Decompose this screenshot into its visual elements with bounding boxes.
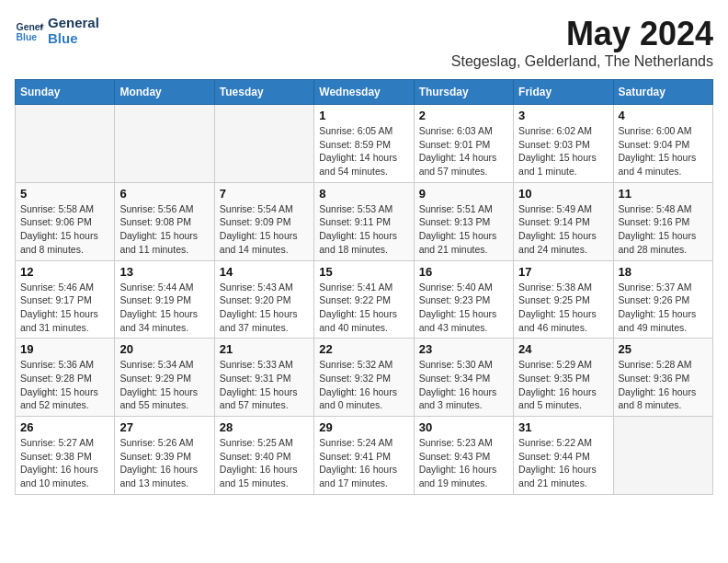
day-info: Sunrise: 5:37 AM Sunset: 9:26 PM Dayligh…: [619, 281, 708, 335]
day-info: Sunrise: 5:48 AM Sunset: 9:16 PM Dayligh…: [619, 202, 708, 257]
calendar-week-2: 5Sunrise: 5:58 AM Sunset: 9:06 PM Daylig…: [16, 182, 713, 260]
day-number: 27: [119, 420, 209, 434]
calendar-cell: 31Sunrise: 5:22 AM Sunset: 9:44 PM Dayli…: [514, 417, 613, 495]
calendar-cell: 26Sunrise: 5:27 AM Sunset: 9:38 PM Dayli…: [16, 417, 115, 495]
day-number: 9: [419, 187, 508, 201]
day-number: 16: [419, 265, 508, 279]
calendar-cell: 21Sunrise: 5:33 AM Sunset: 9:31 PM Dayli…: [214, 339, 313, 417]
calendar-cell: 7Sunrise: 5:54 AM Sunset: 9:09 PM Daylig…: [214, 182, 313, 260]
calendar-cell: 22Sunrise: 5:32 AM Sunset: 9:32 PM Dayli…: [314, 339, 414, 417]
logo: General Blue General Blue: [15, 15, 99, 47]
logo-icon: General Blue: [15, 16, 44, 45]
day-info: Sunrise: 5:53 AM Sunset: 9:11 PM Dayligh…: [319, 202, 408, 257]
day-info: Sunrise: 6:02 AM Sunset: 9:03 PM Dayligh…: [518, 124, 608, 178]
calendar-cell: [16, 105, 115, 183]
day-number: 31: [518, 420, 608, 434]
header-monday: Monday: [115, 80, 214, 105]
calendar-cell: 17Sunrise: 5:38 AM Sunset: 9:25 PM Dayli…: [514, 260, 613, 339]
calendar-cell: 12Sunrise: 5:46 AM Sunset: 9:17 PM Dayli…: [16, 260, 115, 339]
day-info: Sunrise: 5:43 AM Sunset: 9:20 PM Dayligh…: [220, 281, 309, 335]
day-info: Sunrise: 5:24 AM Sunset: 9:41 PM Dayligh…: [319, 436, 408, 490]
calendar-header-row: SundayMondayTuesdayWednesdayThursdayFrid…: [16, 80, 713, 105]
calendar-week-5: 26Sunrise: 5:27 AM Sunset: 9:38 PM Dayli…: [16, 417, 713, 495]
location-subtitle: Stegeslag, Gelderland, The Netherlands: [451, 53, 713, 70]
day-info: Sunrise: 6:03 AM Sunset: 9:01 PM Dayligh…: [419, 124, 508, 178]
day-info: Sunrise: 5:44 AM Sunset: 9:19 PM Dayligh…: [119, 281, 209, 335]
title-block: May 2024 Stegeslag, Gelderland, The Neth…: [451, 15, 713, 70]
calendar-week-1: 1Sunrise: 6:05 AM Sunset: 8:59 PM Daylig…: [16, 105, 713, 183]
day-info: Sunrise: 5:32 AM Sunset: 9:32 PM Dayligh…: [319, 358, 408, 412]
day-number: 22: [319, 342, 408, 356]
day-number: 8: [319, 187, 408, 201]
day-info: Sunrise: 5:25 AM Sunset: 9:40 PM Dayligh…: [220, 436, 309, 490]
calendar-cell: [214, 105, 313, 183]
calendar-cell: 11Sunrise: 5:48 AM Sunset: 9:16 PM Dayli…: [613, 182, 712, 260]
day-number: 5: [20, 187, 109, 201]
day-number: 15: [319, 265, 408, 279]
day-number: 25: [619, 342, 708, 356]
day-info: Sunrise: 5:38 AM Sunset: 9:25 PM Dayligh…: [518, 281, 608, 335]
day-number: 11: [619, 187, 708, 201]
day-number: 14: [220, 265, 309, 279]
day-info: Sunrise: 5:34 AM Sunset: 9:29 PM Dayligh…: [119, 358, 209, 412]
calendar-cell: 27Sunrise: 5:26 AM Sunset: 9:39 PM Dayli…: [115, 417, 214, 495]
calendar-cell: 25Sunrise: 5:28 AM Sunset: 9:36 PM Dayli…: [613, 339, 712, 417]
day-number: 21: [220, 342, 309, 356]
logo-general: General: [48, 15, 99, 30]
day-info: Sunrise: 5:40 AM Sunset: 9:23 PM Dayligh…: [419, 281, 508, 335]
day-number: 6: [119, 187, 209, 201]
day-number: 3: [518, 109, 608, 122]
day-number: 28: [220, 420, 309, 434]
day-number: 17: [518, 265, 608, 279]
day-info: Sunrise: 5:22 AM Sunset: 9:44 PM Dayligh…: [518, 436, 608, 490]
day-number: 12: [20, 265, 109, 279]
calendar-cell: 18Sunrise: 5:37 AM Sunset: 9:26 PM Dayli…: [613, 260, 712, 339]
day-info: Sunrise: 5:30 AM Sunset: 9:34 PM Dayligh…: [419, 358, 508, 412]
header-wednesday: Wednesday: [314, 80, 414, 105]
header-saturday: Saturday: [613, 80, 712, 105]
calendar-cell: 28Sunrise: 5:25 AM Sunset: 9:40 PM Dayli…: [214, 417, 313, 495]
calendar-cell: 4Sunrise: 6:00 AM Sunset: 9:04 PM Daylig…: [613, 105, 712, 183]
calendar-cell: 5Sunrise: 5:58 AM Sunset: 9:06 PM Daylig…: [16, 182, 115, 260]
day-number: 18: [619, 265, 708, 279]
day-number: 20: [119, 342, 209, 356]
header-tuesday: Tuesday: [214, 80, 313, 105]
day-number: 24: [518, 342, 608, 356]
day-info: Sunrise: 5:56 AM Sunset: 9:08 PM Dayligh…: [119, 202, 209, 257]
day-number: 2: [419, 109, 508, 122]
calendar-cell: 24Sunrise: 5:29 AM Sunset: 9:35 PM Dayli…: [514, 339, 613, 417]
header-thursday: Thursday: [414, 80, 513, 105]
day-info: Sunrise: 5:54 AM Sunset: 9:09 PM Dayligh…: [220, 202, 309, 257]
calendar-cell: 14Sunrise: 5:43 AM Sunset: 9:20 PM Dayli…: [214, 260, 313, 339]
calendar-week-4: 19Sunrise: 5:36 AM Sunset: 9:28 PM Dayli…: [16, 339, 713, 417]
calendar-cell: 19Sunrise: 5:36 AM Sunset: 9:28 PM Dayli…: [16, 339, 115, 417]
day-number: 30: [419, 420, 508, 434]
day-info: Sunrise: 5:23 AM Sunset: 9:43 PM Dayligh…: [419, 436, 508, 490]
calendar-cell: 23Sunrise: 5:30 AM Sunset: 9:34 PM Dayli…: [414, 339, 513, 417]
calendar-cell: 20Sunrise: 5:34 AM Sunset: 9:29 PM Dayli…: [115, 339, 214, 417]
calendar-cell: 1Sunrise: 6:05 AM Sunset: 8:59 PM Daylig…: [314, 105, 414, 183]
day-info: Sunrise: 5:26 AM Sunset: 9:39 PM Dayligh…: [119, 436, 209, 490]
day-info: Sunrise: 5:29 AM Sunset: 9:35 PM Dayligh…: [518, 358, 608, 412]
day-number: 29: [319, 420, 408, 434]
day-info: Sunrise: 5:46 AM Sunset: 9:17 PM Dayligh…: [20, 281, 109, 335]
day-number: 26: [20, 420, 109, 434]
calendar-table: SundayMondayTuesdayWednesdayThursdayFrid…: [15, 79, 713, 495]
day-info: Sunrise: 5:28 AM Sunset: 9:36 PM Dayligh…: [619, 358, 708, 412]
calendar-cell: 15Sunrise: 5:41 AM Sunset: 9:22 PM Dayli…: [314, 260, 414, 339]
day-number: 23: [419, 342, 508, 356]
day-info: Sunrise: 5:49 AM Sunset: 9:14 PM Dayligh…: [518, 202, 608, 257]
day-info: Sunrise: 5:27 AM Sunset: 9:38 PM Dayligh…: [20, 436, 109, 490]
day-info: Sunrise: 5:36 AM Sunset: 9:28 PM Dayligh…: [20, 358, 109, 412]
calendar-cell: [613, 417, 712, 495]
day-info: Sunrise: 5:58 AM Sunset: 9:06 PM Dayligh…: [20, 202, 109, 257]
day-number: 19: [20, 342, 109, 356]
calendar-cell: [115, 105, 214, 183]
svg-text:General: General: [17, 22, 44, 32]
day-info: Sunrise: 5:33 AM Sunset: 9:31 PM Dayligh…: [220, 358, 309, 412]
calendar-cell: 3Sunrise: 6:02 AM Sunset: 9:03 PM Daylig…: [514, 105, 613, 183]
day-number: 4: [619, 109, 708, 122]
logo-blue: Blue: [48, 30, 99, 46]
calendar-cell: 13Sunrise: 5:44 AM Sunset: 9:19 PM Dayli…: [115, 260, 214, 339]
calendar-cell: 2Sunrise: 6:03 AM Sunset: 9:01 PM Daylig…: [414, 105, 513, 183]
